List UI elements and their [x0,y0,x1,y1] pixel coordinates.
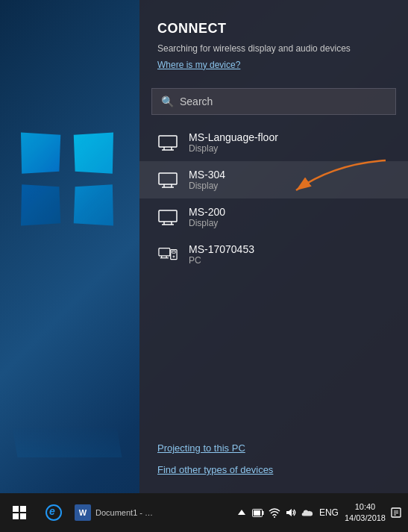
where-is-device-link[interactable]: Where is my device? [139,58,408,82]
taskbar-word-label: Document1 - Wo... [95,508,155,517]
device-info-0: MS-Language-floor Display [189,131,278,154]
sound-icon[interactable] [285,507,297,519]
device-item-ms-17070453[interactable]: MS-17070453 PC [139,236,408,273]
panel-title: CONNECT [139,0,408,43]
device-list: MS-Language-floor Display MS-304 Displ [139,124,408,431]
monitor-icon-wrap-0 [157,133,178,154]
panel-subtitle: Searching for wireless display and audio… [139,43,408,58]
svg-rect-23 [254,510,260,516]
device-name-1: MS-304 [189,169,225,181]
device-type-1: Display [189,181,225,191]
device-info-3: MS-17070453 PC [189,243,254,266]
taskbar-date: 14/03/2018 [345,513,386,524]
monitor-icon-1 [158,172,178,189]
device-name-0: MS-Language-floor [189,131,278,143]
monitor-icon-0 [158,135,178,151]
battery-icon[interactable] [252,507,264,519]
device-item-ms-language-floor[interactable]: MS-Language-floor Display [139,124,408,161]
language-label: ENG [319,507,339,518]
svg-marker-20 [238,510,245,515]
svg-point-18 [173,256,175,257]
start-icon [13,506,26,519]
device-name-2: MS-200 [189,206,225,218]
projecting-link[interactable]: Projecting to this PC [157,442,390,454]
device-item-ms-200[interactable]: MS-200 Display [139,198,408,236]
system-tray-icons: ENG [236,507,340,519]
onedrive-icon[interactable] [301,507,313,519]
pc-icon-wrap-3 [157,245,178,266]
connect-panel: CONNECT Searching for wireless display a… [139,0,408,493]
windows-logo [22,134,112,224]
logo-reflection [13,428,122,457]
find-devices-link[interactable]: Find other types of devices [157,464,390,475]
device-info-1: MS-304 Display [189,169,225,191]
monitor-icon-wrap-2 [157,207,178,228]
taskbar-time: 10:40 [355,501,376,513]
svg-rect-22 [262,511,263,515]
monitor-icon-wrap-1 [157,170,178,191]
svg-rect-0 [159,136,177,147]
svg-point-24 [274,516,275,518]
device-info-2: MS-200 Display [189,206,225,228]
language-indicator[interactable]: ENG [318,507,340,519]
pc-icon-3 [158,247,178,263]
monitor-icon-2 [158,210,178,226]
svg-rect-8 [159,210,177,222]
svg-rect-17 [172,251,176,253]
word-icon: W [75,504,91,521]
search-label: Search [180,96,213,107]
taskbar: W Document1 - Wo... [0,493,408,532]
start-button[interactable] [0,493,39,532]
tray-arrow-icon[interactable] [236,507,248,519]
taskbar-clock[interactable]: 10:40 14/03/2018 [345,501,386,525]
taskbar-right: ENG 10:40 14/03/2018 [236,501,408,525]
panel-bottom-links: Projecting to this PC Find other types o… [139,431,408,493]
taskbar-word-button[interactable]: W Document1 - Wo... [69,493,161,532]
device-type-0: Display [189,143,278,154]
search-bar[interactable]: 🔍 Search [151,88,396,115]
device-type-3: PC [189,255,254,266]
svg-rect-4 [159,173,177,184]
notification-icon[interactable] [390,507,402,519]
device-type-2: Display [189,218,225,228]
device-name-3: MS-17070453 [189,243,254,255]
taskbar-ie-button[interactable] [39,493,69,532]
desktop: CONNECT Searching for wireless display a… [0,0,408,532]
device-item-ms-304[interactable]: MS-304 Display [139,161,408,198]
wifi-icon[interactable] [269,507,280,519]
search-icon: 🔍 [161,96,174,107]
svg-rect-12 [159,248,170,256]
ie-icon [45,504,62,521]
svg-marker-25 [286,509,292,516]
